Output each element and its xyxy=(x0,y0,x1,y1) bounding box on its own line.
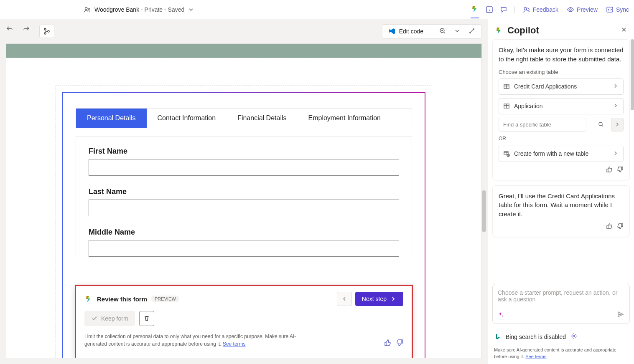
copilot-title: Copilot xyxy=(507,25,539,36)
svg-point-8 xyxy=(48,30,49,32)
chevron-right-icon xyxy=(390,296,397,302)
next-step-button[interactable]: Next step xyxy=(355,292,403,306)
create-new-table-option[interactable]: Create form with a new table xyxy=(499,146,624,162)
review-form-popup: Review this form PREVIEW Next step Keep … xyxy=(75,285,413,358)
first-name-input[interactable] xyxy=(89,159,399,176)
thumbs-up-icon[interactable] xyxy=(384,339,392,348)
copilot-logo-icon xyxy=(495,26,503,35)
discard-button[interactable] xyxy=(139,311,154,326)
thumbs-up-icon[interactable] xyxy=(606,166,613,174)
prev-step-button[interactable] xyxy=(337,292,352,306)
people-icon xyxy=(84,6,91,13)
document-title-group[interactable]: Woodgrove Bank - Private - Saved xyxy=(84,6,194,13)
svg-point-12 xyxy=(599,122,602,126)
tab-financial-details[interactable]: Financial Details xyxy=(227,109,297,128)
copilot-header: Copilot xyxy=(488,19,634,39)
bing-status-text: Bing search is disabled xyxy=(506,334,566,340)
copilot-disclaimer: Make sure AI-generated content is accura… xyxy=(488,345,634,364)
middle-name-input[interactable] xyxy=(89,240,399,257)
canvas-scrollbar[interactable] xyxy=(481,43,487,358)
thumbs-down-icon[interactable] xyxy=(617,166,624,174)
chevron-right-icon xyxy=(612,102,619,110)
comment-icon[interactable] xyxy=(500,6,507,13)
main: Edit code Personal Details Contact Inf xyxy=(0,19,634,364)
form-body: First Name Last Name Middle Name xyxy=(76,136,412,257)
send-icon[interactable] xyxy=(617,311,624,319)
page-surface[interactable]: Personal Details Contact Information Fin… xyxy=(6,43,482,358)
divider xyxy=(431,27,431,35)
thumbs-down-icon[interactable] xyxy=(617,223,624,231)
tab-employment-information[interactable]: Employment Information xyxy=(298,109,392,128)
edit-code-button[interactable]: Edit code xyxy=(388,28,423,35)
preview-label: Preview xyxy=(577,6,598,13)
review-feedback xyxy=(384,339,403,348)
table-plus-icon xyxy=(503,150,510,157)
zoom-chevron-icon[interactable] xyxy=(454,28,461,35)
svg-point-1 xyxy=(88,8,90,10)
page-header-bar xyxy=(6,44,481,58)
svg-point-7 xyxy=(44,33,46,34)
review-header: Review this form PREVIEW Next step xyxy=(84,292,403,306)
review-title: Review this form xyxy=(97,296,147,303)
see-terms-link[interactable]: See terms xyxy=(223,341,246,347)
close-copilot-button[interactable] xyxy=(621,26,627,35)
svg-point-3 xyxy=(524,8,527,10)
redo-button[interactable] xyxy=(23,25,30,38)
last-name-input[interactable] xyxy=(89,200,399,216)
chevron-down-icon[interactable] xyxy=(188,6,194,13)
svg-point-15 xyxy=(573,335,575,337)
bing-status-row: Bing search is disabled xyxy=(488,328,634,345)
copilot-pane: Copilot Okay, let's make sure your form … xyxy=(488,19,634,364)
thumbs-up-icon[interactable] xyxy=(606,223,613,231)
sync-icon xyxy=(606,6,614,13)
undo-button[interactable] xyxy=(6,25,13,38)
app-root: Woodgrove Bank - Private - Saved Feedbac… xyxy=(0,0,634,364)
thumbs-down-icon[interactable] xyxy=(396,339,403,348)
feedback-button[interactable]: Feedback xyxy=(523,6,558,13)
message-feedback xyxy=(499,223,624,231)
message-text: Great, I'll use the Credit Card Applicat… xyxy=(499,192,624,219)
trash-icon xyxy=(143,315,150,322)
copilot-input-placeholder: Choose a starter prompt, request an acti… xyxy=(498,289,624,303)
zoom-button[interactable] xyxy=(439,27,446,36)
table-icon xyxy=(503,83,510,90)
copilot-messages[interactable]: Okay, let's make sure your form is conne… xyxy=(488,39,634,284)
svg-point-0 xyxy=(85,7,87,9)
scroll-thumb[interactable] xyxy=(482,190,486,232)
keep-form-button[interactable]: Keep form xyxy=(84,311,135,326)
middle-name-label: Middle Name xyxy=(89,228,399,237)
table-option-credit-card-applications[interactable]: Credit Card Applications xyxy=(499,78,624,95)
table-option-application[interactable]: Application xyxy=(499,98,624,114)
topbar-right: Feedback Preview Sync xyxy=(471,5,629,14)
sync-button[interactable]: Sync xyxy=(606,6,629,13)
table-option-label: Credit Card Applications xyxy=(514,83,577,90)
sync-label: Sync xyxy=(616,6,629,13)
sparkle-icon[interactable] xyxy=(498,311,504,319)
chevron-right-icon xyxy=(612,150,619,158)
fullscreen-button[interactable] xyxy=(468,27,476,36)
copilot-scroll-thumb[interactable] xyxy=(631,39,634,110)
copilot-message-2: Great, I'll use the Credit Card Applicat… xyxy=(492,185,630,237)
preview-button[interactable]: Preview xyxy=(567,6,598,13)
message-text: Okay, let's make sure your form is conne… xyxy=(499,46,624,64)
tab-contact-information[interactable]: Contact Information xyxy=(147,109,227,128)
bing-icon xyxy=(494,333,502,341)
choose-table-hint: Choose an existing table xyxy=(499,69,624,75)
find-table-input[interactable] xyxy=(499,118,586,131)
source-control-button[interactable] xyxy=(39,25,54,38)
copilot-tab-icon[interactable] xyxy=(471,5,479,18)
find-go-button[interactable] xyxy=(611,118,624,131)
tab-personal-details[interactable]: Personal Details xyxy=(76,109,147,128)
review-nav: Next step xyxy=(337,292,403,306)
topbar-icon-group xyxy=(471,5,514,14)
gear-icon[interactable] xyxy=(570,332,578,341)
copilot-input[interactable]: Choose a starter prompt, request an acti… xyxy=(492,284,630,324)
table-icon xyxy=(503,103,510,109)
canvas-column: Edit code Personal Details Contact Inf xyxy=(0,19,488,364)
create-new-label: Create form with a new table xyxy=(514,150,588,157)
search-icon xyxy=(598,121,604,129)
canvas-wrap: Personal Details Contact Information Fin… xyxy=(0,43,488,364)
info-icon[interactable] xyxy=(486,6,493,13)
see-terms-link[interactable]: See terms xyxy=(525,354,546,359)
first-name-label: First Name xyxy=(89,147,399,156)
